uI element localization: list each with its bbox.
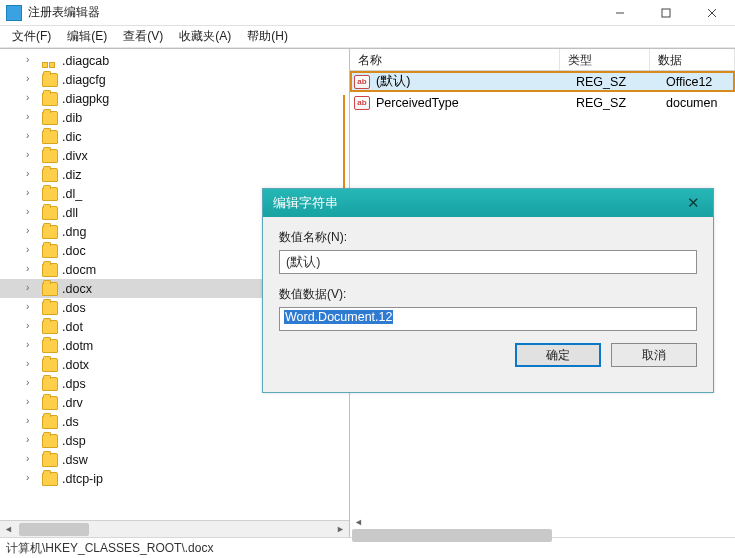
folder-icon [42,206,58,220]
menu-edit[interactable]: 编辑(E) [59,26,115,47]
dialog-close-button[interactable]: ✕ [673,189,713,217]
expand-icon[interactable]: › [26,168,38,180]
expand-icon[interactable]: › [26,472,38,484]
value-name: PerceivedType [376,96,576,110]
tree-item[interactable]: ›.dsp [0,431,349,450]
value-row[interactable]: ab(默认)REG_SZOffice12 [350,71,735,92]
expand-icon[interactable]: › [26,453,38,465]
folder-icon [42,282,58,296]
expand-icon[interactable]: › [26,130,38,142]
folder-icon [42,415,58,429]
dialog-title: 编辑字符串 [273,195,338,212]
folder-icon [42,187,58,201]
tree-item-label: .docx [62,282,92,296]
tree-item[interactable]: ›.ds [0,412,349,431]
scroll-left-icon[interactable]: ◄ [350,517,367,527]
value-name-label: 数值名称(N): [279,229,697,246]
tree-item[interactable]: ›.divx [0,146,349,165]
col-data[interactable]: 数据 [650,49,735,70]
tree-item[interactable]: ›.dib [0,108,349,127]
dialog-titlebar[interactable]: 编辑字符串 ✕ [263,189,713,217]
cancel-button[interactable]: 取消 [611,343,697,367]
minimize-button[interactable] [597,0,643,26]
tree-item-label: .diagpkg [62,92,109,106]
folder-icon [42,168,58,182]
expand-icon[interactable]: › [26,263,38,275]
folder-icon [42,92,58,106]
expand-icon[interactable]: › [26,396,38,408]
expand-icon[interactable]: › [26,282,38,294]
expand-icon[interactable]: › [26,54,38,66]
folder-icon [42,54,58,68]
expand-icon[interactable]: › [26,111,38,123]
expand-icon[interactable]: › [26,320,38,332]
expand-icon[interactable]: › [26,415,38,427]
col-name[interactable]: 名称 [350,49,560,70]
edit-string-dialog: 编辑字符串 ✕ 数值名称(N): 数值数据(V): Word.Document.… [262,188,714,393]
tree-item-label: .dotx [62,358,89,372]
tree-item-label: .divx [62,149,88,163]
tree-item-label: .dotm [62,339,93,353]
folder-icon [42,301,58,315]
expand-icon[interactable]: › [26,377,38,389]
expand-icon[interactable]: › [26,301,38,313]
menu-favorites[interactable]: 收藏夹(A) [171,26,239,47]
expand-icon[interactable]: › [26,225,38,237]
window-title: 注册表编辑器 [28,4,597,21]
value-data-field[interactable]: Word.Document.12 [279,307,697,331]
tree-item[interactable]: ›.dtcp-ip [0,469,349,488]
scroll-thumb[interactable] [19,523,89,536]
scroll-right-icon[interactable]: ► [332,521,349,537]
menu-help[interactable]: 帮助(H) [239,26,296,47]
value-data: Office12 [666,75,735,89]
folder-icon [42,472,58,486]
expand-icon[interactable]: › [26,206,38,218]
value-name-field [279,250,697,274]
tree-item[interactable]: ›.diagcfg [0,70,349,89]
tree-item-label: .dll [62,206,78,220]
value-row[interactable]: abPerceivedTypeREG_SZdocumen [350,92,735,113]
tree-item[interactable]: ›.diagpkg [0,89,349,108]
scroll-left-icon[interactable]: ◄ [0,521,17,537]
folder-icon [42,263,58,277]
tree-item-label: .ds [62,415,79,429]
tree-item[interactable]: ›.dsw [0,450,349,469]
column-headers[interactable]: 名称 类型 数据 [350,49,735,71]
value-data: documen [666,96,735,110]
folder-icon [42,149,58,163]
folder-icon [42,73,58,87]
expand-icon[interactable]: › [26,187,38,199]
titlebar: 注册表编辑器 [0,0,735,26]
ok-button[interactable]: 确定 [515,343,601,367]
tree-item[interactable]: ›.diagcab [0,51,349,70]
horizontal-scrollbar[interactable]: ◄ ► [0,520,349,537]
menu-view[interactable]: 查看(V) [115,26,171,47]
expand-icon[interactable]: › [26,358,38,370]
folder-icon [42,225,58,239]
expand-icon[interactable]: › [26,149,38,161]
expand-icon[interactable]: › [26,434,38,446]
expand-icon[interactable]: › [26,339,38,351]
tree-item-label: .dos [62,301,86,315]
menu-file[interactable]: 文件(F) [4,26,59,47]
tree-item[interactable]: ›.diz [0,165,349,184]
scroll-thumb[interactable] [352,529,552,542]
tree-item-label: .dsp [62,434,86,448]
expand-icon[interactable]: › [26,73,38,85]
tree-item[interactable]: ›.drv [0,393,349,412]
tree-item-label: .dsw [62,453,88,467]
folder-icon [42,434,58,448]
close-button[interactable] [689,0,735,26]
expand-icon[interactable]: › [26,92,38,104]
tree-item-label: .doc [62,244,86,258]
maximize-button[interactable] [643,0,689,26]
folder-icon [42,244,58,258]
horizontal-scrollbar-right[interactable]: ◄ ► [350,517,735,537]
folder-icon [42,111,58,125]
tree-item-label: .dib [62,111,82,125]
col-type[interactable]: 类型 [560,49,650,70]
folder-icon [42,130,58,144]
folder-icon [42,453,58,467]
expand-icon[interactable]: › [26,244,38,256]
tree-item[interactable]: ›.dic [0,127,349,146]
